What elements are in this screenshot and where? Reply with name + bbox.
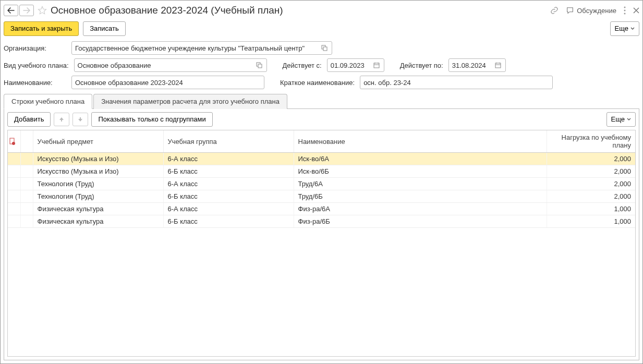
row-marker-cell (8, 153, 20, 165)
plan-rows-table: Учебный предмет Учебная группа Наименова… (8, 130, 635, 228)
close-icon[interactable] (633, 7, 639, 14)
calendar-icon[interactable] (371, 60, 382, 70)
kebab-menu-icon[interactable] (624, 6, 626, 15)
cell-group[interactable]: 6-А класс (163, 203, 294, 215)
cell-subject[interactable]: Искусство (Музыка и Изо) (33, 165, 163, 178)
plan-type-label: Вид учебного плана: (4, 62, 69, 69)
svg-point-1 (624, 10, 626, 11)
grid-container: Учебный предмет Учебная группа Наименова… (7, 130, 636, 357)
svg-rect-7 (374, 63, 379, 68)
cell-load[interactable]: 1,000 (547, 215, 635, 228)
col-load[interactable]: Нагрузка по учебному плану (547, 130, 635, 153)
save-and-close-button[interactable]: Записать и закрыть (4, 21, 79, 36)
window: Основное образование 2023-2024 (Учебный … (0, 0, 643, 364)
arrow-left-icon (7, 7, 15, 14)
nav-forward-button[interactable] (19, 5, 34, 16)
tabs: Строки учебного плана Значения параметро… (4, 93, 639, 109)
arrow-down-icon (77, 116, 83, 123)
cell-load[interactable]: 1,000 (547, 203, 635, 215)
titlebar: Основное образование 2023-2024 (Учебный … (4, 4, 639, 20)
cell-subject[interactable]: Искусство (Музыка и Изо) (33, 153, 163, 165)
short-name-field[interactable]: осн. обр. 23-24 (360, 76, 553, 89)
table-row[interactable]: Физическая культура6-Б классФиз-ра/6Б1,0… (8, 215, 635, 228)
cell-subject[interactable]: Физическая культура (33, 215, 163, 228)
organization-value: Государственное бюджетное учреждение кул… (75, 44, 319, 52)
add-button[interactable]: Добавить (7, 112, 51, 127)
col-name[interactable]: Наименование (294, 130, 547, 153)
table-row[interactable]: Технология (Труд)6-А классТруд/6А2,000 (8, 178, 635, 190)
name-value: Основное образование 2023-2024 (75, 79, 262, 87)
arrow-right-icon (23, 7, 30, 14)
svg-rect-6 (258, 64, 262, 68)
chat-icon (566, 6, 574, 15)
page-title: Основное образование 2023-2024 (Учебный … (51, 5, 547, 16)
valid-from-label: Действует с: (283, 62, 322, 69)
cell-name[interactable]: Иск-во/6А (294, 153, 547, 165)
valid-to-field[interactable]: 31.08.2024 (448, 58, 506, 72)
cell-group[interactable]: 6-Б класс (163, 165, 294, 178)
nav-back-button[interactable] (4, 5, 18, 16)
table-header-row: Учебный предмет Учебная группа Наименова… (8, 130, 635, 153)
col-marker[interactable] (8, 130, 20, 153)
cell-group[interactable]: 6-Б класс (163, 190, 294, 203)
col-indent (20, 130, 33, 153)
row-marker-cell (8, 215, 20, 228)
cell-group[interactable]: 6-А класс (163, 153, 294, 165)
save-button[interactable]: Записать (83, 21, 126, 36)
cell-name[interactable]: Физ-ра/6Б (294, 215, 547, 228)
valid-from-value: 01.09.2023 (331, 62, 371, 69)
name-field[interactable]: Основное образование 2023-2024 (71, 76, 264, 89)
cell-name[interactable]: Иск-во/6Б (294, 165, 547, 178)
valid-to-label: Действует по: (400, 62, 443, 69)
link-icon[interactable] (550, 6, 559, 15)
arrow-up-icon (58, 116, 65, 123)
table-row[interactable]: Искусство (Музыка и Изо)6-А классИск-во/… (8, 153, 635, 165)
cell-subject[interactable]: Технология (Труд) (33, 178, 163, 190)
table-row[interactable]: Физическая культура6-А классФиз-ра/6А1,0… (8, 203, 635, 215)
open-ref-icon[interactable] (254, 60, 264, 70)
table-row[interactable]: Искусство (Музыка и Изо)6-Б классИск-во/… (8, 165, 635, 178)
titlebar-actions: Обсуждение (550, 6, 639, 15)
organization-label: Организация: (4, 44, 66, 52)
show-subgroups-button[interactable]: Показывать только с подгруппами (91, 112, 212, 127)
col-subject[interactable]: Учебный предмет (33, 130, 163, 153)
table-row[interactable]: Технология (Труд)6-Б классТруд/6Б2,000 (8, 190, 635, 203)
cell-load[interactable]: 2,000 (547, 178, 635, 190)
open-ref-icon[interactable] (319, 43, 330, 53)
chevron-down-icon (627, 118, 631, 121)
tab-params[interactable]: Значения параметров расчета для этого уч… (93, 94, 287, 109)
cell-load[interactable]: 2,000 (547, 153, 635, 165)
col-group[interactable]: Учебная группа (163, 130, 294, 153)
favorite-star-icon[interactable] (37, 5, 47, 16)
cell-name[interactable]: Труд/6Б (294, 190, 547, 203)
valid-from-field[interactable]: 01.09.2023 (327, 58, 384, 72)
cell-name[interactable]: Труд/6А (294, 178, 547, 190)
short-name-value: осн. обр. 23-24 (363, 79, 550, 87)
row-indent-cell (20, 153, 33, 165)
row-indent-cell (20, 165, 33, 178)
row-marker-cell (8, 178, 20, 190)
more-button[interactable]: Еще (610, 21, 639, 36)
cell-load[interactable]: 2,000 (547, 190, 635, 203)
discussion-label: Обсуждение (577, 7, 616, 15)
discussion-button[interactable]: Обсуждение (566, 6, 616, 15)
svg-rect-4 (323, 47, 327, 51)
move-up-button[interactable] (54, 113, 69, 126)
chevron-down-icon (630, 27, 635, 30)
cell-subject[interactable]: Физическая культура (33, 203, 163, 215)
row-indent-cell (20, 203, 33, 215)
cell-name[interactable]: Физ-ра/6А (294, 203, 547, 215)
cell-subject[interactable]: Технология (Труд) (33, 190, 163, 203)
row-indent-cell (20, 215, 33, 228)
grid-more-button[interactable]: Еще (606, 112, 636, 127)
organization-field[interactable]: Государственное бюджетное учреждение кул… (71, 41, 332, 55)
row-indent-cell (20, 178, 33, 190)
move-down-button[interactable] (72, 113, 88, 126)
calendar-icon[interactable] (493, 60, 503, 70)
cell-load[interactable]: 2,000 (547, 165, 635, 178)
tab-plan-rows[interactable]: Строки учебного плана (4, 94, 92, 109)
cell-group[interactable]: 6-А класс (163, 178, 294, 190)
plan-type-value: Основное образование (78, 62, 254, 69)
cell-group[interactable]: 6-Б класс (163, 215, 294, 228)
plan-type-field[interactable]: Основное образование (74, 58, 267, 72)
